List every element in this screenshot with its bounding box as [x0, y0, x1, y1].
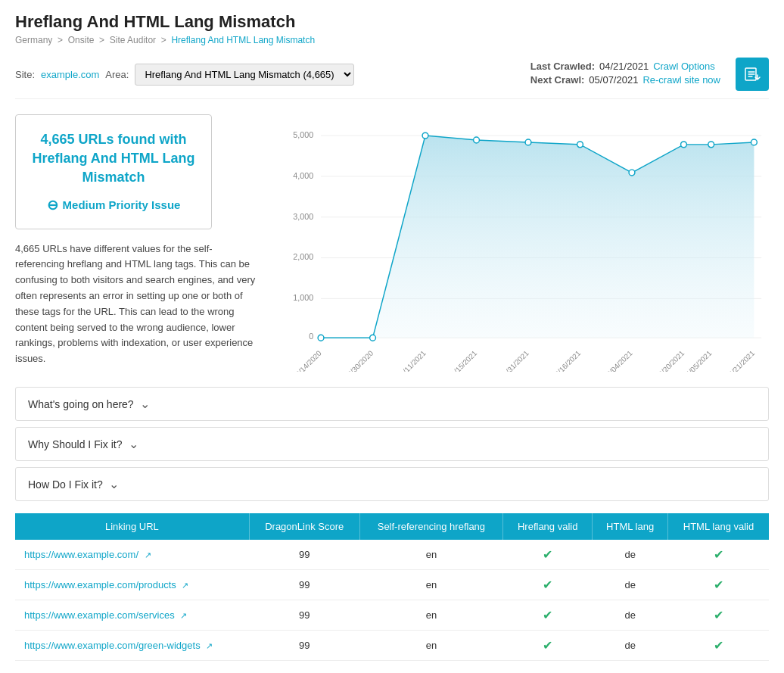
url-link[interactable]: https://www.example.com/green-widgets	[24, 640, 201, 651]
cell-hreflang-valid: ✔	[503, 570, 593, 600]
collapsible-what-label: What's going on here?	[28, 398, 134, 410]
crawl-options-link[interactable]: Crawl Options	[653, 61, 715, 72]
svg-text:5,000: 5,000	[293, 130, 313, 139]
svg-text:03/20/2021: 03/20/2021	[654, 349, 686, 372]
page-container: Hreflang And HTML Lang Mismatch Germany …	[0, 0, 784, 673]
left-section: 4,665 URLs found with Hreflang And HTML …	[15, 114, 272, 367]
external-link-icon: ↗	[182, 581, 188, 590]
main-content: 4,665 URLs found with Hreflang And HTML …	[15, 114, 769, 372]
table-row: https://www.example.com/services ↗ 99 en…	[15, 600, 769, 631]
cell-hreflang: en	[359, 631, 502, 661]
last-crawled-label: Last Crawled:	[530, 61, 595, 72]
table-row: https://www.example.com/ ↗ 99 en ✔ de ✔	[15, 540, 769, 570]
cell-hreflang-valid: ✔	[503, 600, 593, 631]
export-icon	[744, 66, 761, 83]
svg-text:01/11/2021: 01/11/2021	[395, 349, 427, 372]
cell-score: 99	[249, 631, 359, 661]
top-bar: Site: example.com Area: Hreflang And HTM…	[15, 58, 769, 99]
svg-point-14	[318, 335, 324, 341]
collapsible-why-header[interactable]: Why Should I Fix it? ⌄	[16, 428, 768, 460]
url-link[interactable]: https://www.example.com/	[24, 549, 138, 560]
description-container: 4,665 URLs have different values for the…	[15, 241, 272, 367]
summary-title-3: Mismatch	[82, 170, 145, 185]
table-row: https://www.example.com/green-widgets ↗ …	[15, 631, 769, 661]
svg-text:12/14/2020: 12/14/2020	[291, 348, 323, 372]
cell-html-lang: de	[593, 631, 668, 661]
th-dragonlink: DragonLink Score	[249, 513, 359, 540]
th-hreflang-valid: Hreflang valid	[503, 513, 593, 540]
cell-url: https://www.example.com/products ↗	[15, 570, 249, 600]
collapsible-what-header[interactable]: What's going on here? ⌄	[16, 388, 768, 420]
cell-html-lang-valid: ✔	[668, 600, 770, 631]
summary-count: 4,665 URLs found with	[40, 132, 186, 147]
area-label: Area:	[105, 69, 129, 80]
trend-chart: 5,000 4,000 3,000 2,000 1,000 0	[288, 114, 769, 372]
svg-point-23	[751, 139, 758, 145]
chevron-down-icon-why: ⌄	[129, 437, 138, 451]
url-link[interactable]: https://www.example.com/services	[24, 609, 175, 621]
priority-badge: ⊖ Medium Priority Issue	[31, 197, 196, 213]
th-linking-url: Linking URL	[15, 513, 249, 540]
cell-html-lang-valid: ✔	[668, 570, 770, 600]
svg-text:1,000: 1,000	[293, 293, 313, 302]
collapsible-why-label: Why Should I Fix it?	[28, 438, 123, 450]
chevron-down-icon-what: ⌄	[140, 397, 150, 411]
cell-html-lang: de	[593, 600, 668, 631]
external-link-icon: ↗	[206, 641, 213, 650]
cell-hreflang: en	[359, 600, 502, 631]
svg-text:4,000: 4,000	[293, 171, 313, 180]
summary-box: 4,665 URLs found with Hreflang And HTML …	[15, 114, 212, 229]
last-crawled-row: Last Crawled: 04/21/2021 Crawl Options	[530, 61, 720, 72]
check-icon-hreflang: ✔	[543, 548, 552, 561]
site-link[interactable]: example.com	[41, 69, 99, 80]
svg-text:02/16/2021: 02/16/2021	[550, 349, 582, 372]
cell-html-lang-valid: ✔	[668, 631, 770, 661]
cell-hreflang: en	[359, 540, 502, 570]
svg-text:03/04/2021: 03/04/2021	[602, 349, 633, 372]
check-icon-html-lang: ✔	[714, 548, 723, 561]
svg-point-17	[474, 137, 480, 143]
cell-hreflang-valid: ✔	[503, 631, 593, 661]
cell-url: https://www.example.com/services ↗	[15, 600, 249, 631]
svg-text:3,000: 3,000	[293, 212, 313, 221]
priority-label: Medium Priority Issue	[63, 198, 181, 211]
chevron-down-icon-how: ⌄	[109, 477, 119, 491]
cell-url: https://www.example.com/ ↗	[15, 540, 249, 570]
cell-score: 99	[249, 570, 359, 600]
svg-marker-13	[321, 136, 754, 338]
recrawl-link[interactable]: Re-crawl site now	[642, 74, 720, 86]
area-select[interactable]: Hreflang And HTML Lang Mismatch (4,665)	[135, 64, 354, 86]
url-link[interactable]: https://www.example.com/products	[24, 579, 176, 590]
th-self-hreflang: Self-referencing hreflang	[359, 513, 502, 540]
svg-point-18	[525, 139, 531, 145]
svg-point-21	[681, 142, 687, 148]
svg-text:04/05/2021: 04/05/2021	[681, 349, 713, 372]
cell-html-lang: de	[593, 570, 668, 600]
svg-text:04/21/2021: 04/21/2021	[724, 349, 756, 372]
next-crawl-label: Next Crawl:	[530, 74, 585, 86]
breadcrumb-onsite[interactable]: Onsite	[68, 35, 95, 45]
cell-html-lang: de	[593, 540, 668, 570]
check-icon-hreflang: ✔	[543, 578, 552, 591]
page-title: Hreflang And HTML Lang Mismatch	[15, 12, 769, 32]
next-crawl-date: 05/07/2021	[589, 74, 638, 86]
svg-text:01/15/2021: 01/15/2021	[446, 349, 478, 372]
chart-area: 5,000 4,000 3,000 2,000 1,000 0	[288, 114, 769, 372]
collapsible-how-header[interactable]: How Do I Fix it? ⌄	[16, 468, 768, 500]
data-table: Linking URL DragonLink Score Self-refere…	[15, 513, 769, 661]
check-icon-html-lang: ✔	[714, 578, 723, 591]
cell-score: 99	[249, 600, 359, 631]
check-icon-hreflang: ✔	[543, 639, 552, 652]
breadcrumb: Germany > Onsite > Site Auditor > Hrefla…	[15, 35, 769, 45]
svg-text:12/30/2020: 12/30/2020	[343, 348, 375, 372]
breadcrumb-germany[interactable]: Germany	[15, 35, 52, 45]
top-bar-right: Last Crawled: 04/21/2021 Crawl Options N…	[530, 58, 769, 91]
breadcrumb-site-auditor[interactable]: Site Auditor	[110, 35, 156, 45]
crawl-info: Last Crawled: 04/21/2021 Crawl Options N…	[530, 61, 720, 88]
svg-text:2,000: 2,000	[293, 253, 313, 262]
cell-score: 99	[249, 540, 359, 570]
svg-text:01/31/2021: 01/31/2021	[498, 349, 530, 372]
table-header-row: Linking URL DragonLink Score Self-refere…	[15, 513, 769, 540]
export-button[interactable]	[736, 58, 769, 91]
svg-point-22	[708, 142, 714, 148]
